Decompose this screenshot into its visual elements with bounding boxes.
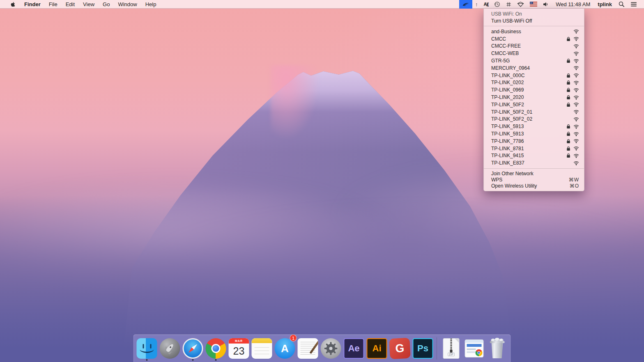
wifi-network-item[interactable]: TP-LINK_8781 [484, 145, 584, 152]
wifi-signal-icon [573, 66, 579, 70]
dock-separator [437, 337, 437, 360]
wifi-signal-icon [573, 124, 579, 129]
wifi-signal-icon [573, 88, 579, 92]
input-method-icon[interactable]: A|( [481, 0, 492, 9]
wifi-network-name: TP-LINK_0969 [491, 87, 524, 93]
menu-finder[interactable]: Finder [20, 0, 45, 9]
wifi-network-name: TP-LINK_0202 [491, 80, 524, 85]
wifi-network-item[interactable]: TP-LINK_5913 [484, 130, 584, 137]
wifi-network-item[interactable]: TP-LINK_0969 [484, 86, 584, 94]
calendar-icon: MAR 23 [229, 338, 249, 359]
chrome-icon [206, 338, 226, 359]
fast-user-switching-menu[interactable]: tplink [594, 1, 616, 7]
wifi-signal-icon [573, 146, 579, 151]
wifi-network-item[interactable]: MERCURY_0964 [484, 64, 584, 72]
wifi-signal-icon [573, 73, 579, 78]
illustrator-icon: Ai [367, 338, 387, 359]
menu-edit[interactable]: Edit [62, 0, 79, 9]
wifi-network-item[interactable]: and-Business [484, 28, 584, 35]
turn-usb-wifi-off[interactable]: Turn USB-WiFi Off [484, 17, 584, 24]
wifi-network-item[interactable]: TP-LINK_7786 [484, 137, 584, 145]
volume-icon[interactable] [540, 0, 552, 9]
wifi-network-name: TP-LINK_9415 [491, 153, 524, 158]
lock-icon [566, 73, 570, 78]
keyboard-icon[interactable] [503, 0, 514, 9]
spotlight-search-icon[interactable] [616, 0, 628, 9]
menu-view[interactable]: View [79, 0, 99, 9]
lock-icon [566, 87, 570, 92]
wifi-network-item[interactable]: TP-LINK_50F2 [484, 101, 584, 108]
mount-fuji-alpenglow [271, 65, 322, 145]
dock-calendar[interactable]: MAR 23 [228, 336, 250, 361]
lock-icon [566, 124, 570, 129]
wifi-network-name: TP-LINK_000C [491, 73, 524, 78]
wifi-network-item[interactable]: TP-LINK_000C [484, 72, 584, 79]
wifi-network-name: CMCC-FREE [491, 43, 521, 49]
shortcut-label: ⌘W [569, 177, 579, 183]
zip-file-icon: ZIP [443, 338, 460, 359]
wifi-signal-icon [573, 132, 579, 136]
wifi-network-name: TP-LINK_50F2_02 [491, 116, 532, 122]
wifi-network-name: CMCC-WEB [491, 50, 519, 56]
menu-window[interactable]: Window [114, 0, 141, 9]
wifi-network-item[interactable]: TP-LINK_0202 [484, 79, 584, 87]
menu-separator [484, 168, 584, 169]
calendar-day: 23 [229, 344, 249, 359]
dock-launchpad[interactable] [159, 336, 181, 361]
wifi-network-item[interactable]: TP-LINK_50F2_01 [484, 108, 584, 116]
wifi-network-item[interactable]: TP-LINK_50F2_02 [484, 116, 584, 123]
notes-icon [252, 338, 272, 359]
menu-help[interactable]: Help [141, 0, 161, 9]
calendar-month: MAR [229, 338, 249, 344]
upload-arrow-icon[interactable]: ↑ [472, 0, 481, 9]
dock-chrome-html-file[interactable] [464, 336, 485, 361]
dock-finder[interactable] [136, 336, 158, 361]
dock-photoshop[interactable]: Ps [412, 336, 434, 361]
join-other-network[interactable]: Join Other Network [484, 170, 584, 176]
dock-illustrator[interactable]: Ai [366, 336, 388, 361]
lock-icon [566, 153, 570, 158]
dock-g-app[interactable]: G [389, 336, 411, 361]
dock-system-preferences[interactable] [320, 336, 342, 361]
wifi-network-item[interactable]: TP-LINK_5913 [484, 123, 584, 130]
dock-chrome[interactable] [205, 336, 227, 361]
dock-app-store[interactable]: A 1 [274, 336, 296, 361]
wifi-signal-icon [573, 59, 579, 63]
dock-zip-file[interactable]: ZIP [441, 336, 462, 361]
dock-safari[interactable] [182, 336, 204, 361]
wifi-network-name: TP-LINK_50F2_01 [491, 109, 532, 115]
shortcut-label: ⌘O [570, 183, 579, 189]
wifi-network-item[interactable]: TP-LINK_2020 [484, 94, 584, 101]
dock: MAR 23 A 1 Ae Ai [133, 335, 511, 362]
app-store-badge: 1 [290, 335, 297, 341]
wifi-network-name: TP-LINK_2020 [491, 94, 524, 100]
wifi-network-item[interactable]: CMCC-WEB [484, 50, 584, 57]
time-machine-icon[interactable] [491, 0, 503, 9]
wifi-network-item[interactable]: TP-LINK_E837 [484, 159, 584, 167]
wifi-network-item[interactable]: GTR-5G [484, 57, 584, 64]
dock-notes[interactable] [251, 336, 273, 361]
us-flag-icon[interactable] [527, 0, 540, 9]
menu-file[interactable]: File [45, 0, 62, 9]
dock-after-effects[interactable]: Ae [343, 336, 365, 361]
usb-wifi-dropdown-menu: USB WiFi: On Turn USB-WiFi Off and-Busin… [483, 9, 584, 191]
lock-icon [566, 139, 570, 144]
wifi-network-item[interactable]: CMCC-FREE [484, 43, 584, 50]
safari-icon [183, 338, 203, 359]
wifi-network-item[interactable]: CMCC [484, 35, 584, 43]
apple-menu[interactable] [6, 0, 20, 9]
wps-menu-item[interactable]: WPS ⌘W [484, 176, 584, 183]
menu-bar-clock[interactable]: Wed 11:48 AM [552, 1, 594, 7]
notification-center-icon[interactable] [628, 0, 640, 9]
lock-icon [566, 37, 570, 41]
open-wireless-utility[interactable]: Open Wireless Utility ⌘O [484, 183, 584, 189]
diamond-icon[interactable] [514, 0, 527, 9]
tplink-wifi-utility-icon[interactable] [459, 0, 472, 9]
dock-trash[interactable] [487, 336, 508, 361]
menu-go[interactable]: Go [99, 0, 114, 9]
dock-textedit[interactable] [297, 336, 319, 361]
wifi-signal-icon [573, 37, 579, 41]
wifi-network-name: GTR-5G [491, 58, 510, 64]
wifi-network-item[interactable]: TP-LINK_9415 [484, 152, 584, 160]
wifi-signal-icon [573, 29, 579, 34]
